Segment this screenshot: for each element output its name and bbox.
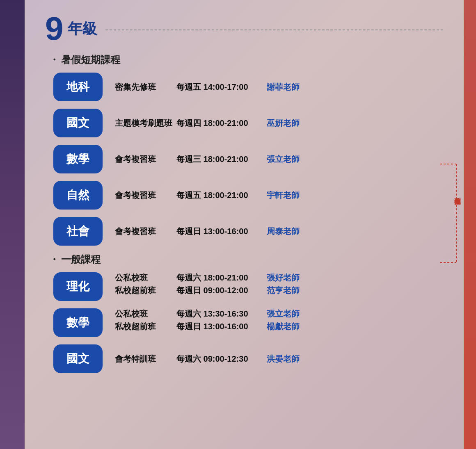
course-details-chinese1: 主題模考刷題班 每週四 18:00-21:00 巫妍老師 — [115, 118, 443, 129]
grade-divider — [105, 30, 444, 30]
left-sidebar — [0, 0, 25, 449]
course-time-social: 每週日 13:00-16:00 — [176, 226, 267, 237]
course-name-dikе: 密集先修班 — [115, 82, 176, 93]
course-details-math2: 公私校班 每週六 13:30-16:30 張立老師 私校超前班 每週日 13:0… — [115, 308, 443, 334]
course-time-math2-1: 每週六 13:30-16:30 — [176, 308, 267, 319]
section-summer: 暑假短期課程 — [49, 53, 443, 66]
course-teacher-math1: 張立老師 — [267, 154, 300, 165]
course-name-social: 會考複習班 — [115, 226, 176, 237]
course-teacher-chemistry-2: 范亨老師 — [267, 285, 300, 296]
course-name-chinese1: 主題模考刷題班 — [115, 118, 176, 129]
right-sidebar — [464, 0, 476, 449]
course-teacher-dikе: 謝菲老師 — [267, 82, 300, 93]
subject-badge-nature: 自然 — [53, 181, 103, 210]
course-details-chemistry: 公私校班 每週六 18:00-21:00 張好老師 私校超前班 每週日 09:0… — [115, 272, 443, 298]
course-teacher-nature: 宇軒老師 — [267, 190, 300, 201]
course-detail-row-math2-2: 私校超前班 每週日 13:00-16:00 楊獻老師 — [115, 321, 300, 332]
course-row-chemistry: 理化 公私校班 每週六 18:00-21:00 張好老師 私校超前班 每週日 0… — [53, 272, 443, 301]
subject-badge-chinese1: 國文 — [53, 109, 103, 137]
course-detail-row-math2-1: 公私校班 每週六 13:30-16:30 張立老師 — [115, 308, 300, 319]
grade-header: 9 年級 — [45, 12, 443, 45]
subject-badge-social: 社會 — [53, 217, 103, 246]
course-time-chemistry-2: 每週日 09:00-12:00 — [176, 285, 267, 296]
subject-badge-math2: 數學 — [53, 308, 103, 337]
course-name-math1: 會考複習班 — [115, 154, 176, 165]
section-general: 一般課程 — [49, 253, 443, 266]
course-details-social: 會考複習班 每週日 13:00-16:00 周泰老師 — [115, 226, 443, 237]
course-row-chinese1: 國文 主題模考刷題班 每週四 18:00-21:00 巫妍老師 — [53, 109, 443, 137]
course-details-dikе: 密集先修班 每週五 14:00-17:00 謝菲老師 — [115, 82, 443, 93]
subject-badge-chemistry: 理化 — [53, 272, 103, 301]
course-detail-row-chemistry-2: 私校超前班 每週日 09:00-12:00 范亨老師 — [115, 285, 300, 296]
course-row-chinese2: 國文 會考特訓班 每週六 09:00-12:30 洪晏老師 — [53, 344, 443, 373]
course-name-chemistry-1: 公私校班 — [115, 272, 176, 283]
course-teacher-chemistry-1: 張好老師 — [267, 272, 300, 283]
course-row-nature: 自然 會考複習班 每週五 18:00-21:00 宇軒老師 — [53, 181, 443, 210]
course-teacher-social: 周泰老師 — [267, 226, 300, 237]
course-name-chemistry-2: 私校超前班 — [115, 285, 176, 296]
course-teacher-math2-2: 楊獻老師 — [267, 321, 300, 332]
course-time-chemistry-1: 每週六 18:00-21:00 — [176, 272, 267, 283]
main-content: 9 年級 暑假短期課程 地科 密集先修班 每週五 14:00-17:00 謝菲老… — [25, 0, 464, 449]
course-detail-row-chemistry-1: 公私校班 每週六 18:00-21:00 張好老師 — [115, 272, 300, 283]
grade-text: 年級 — [68, 19, 97, 39]
recommend-bracket-svg — [440, 160, 465, 267]
course-name-nature: 會考複習班 — [115, 190, 176, 201]
course-time-math1: 每週三 18:00-21:00 — [176, 154, 267, 165]
grade-number: 9 — [45, 12, 64, 45]
course-time-dikе: 每週五 14:00-17:00 — [176, 82, 267, 93]
course-row-math2: 數學 公私校班 每週六 13:30-16:30 張立老師 私校超前班 每週日 1… — [53, 308, 443, 337]
subject-badge-chinese2: 國文 — [53, 344, 103, 373]
subject-badge-math1: 數學 — [53, 145, 103, 173]
course-time-math2-2: 每週日 13:00-16:00 — [176, 321, 267, 332]
course-row-social: 社會 會考複習班 每週日 13:00-16:00 周泰老師 — [53, 217, 443, 246]
course-row-math1: 數學 會考複習班 每週三 18:00-21:00 張立老師 — [53, 145, 443, 173]
course-details-math1: 會考複習班 每週三 18:00-21:00 張立老師 — [115, 154, 443, 165]
course-row-dikе: 地科 密集先修班 每週五 14:00-17:00 謝菲老師 — [53, 73, 443, 101]
course-name-math2-1: 公私校班 — [115, 308, 176, 319]
course-details-chinese2: 會考特訓班 每週六 09:00-12:30 洪晏老師 — [115, 353, 443, 365]
course-teacher-chinese2: 洪晏老師 — [267, 353, 300, 365]
course-time-nature: 每週五 18:00-21:00 — [176, 190, 267, 201]
course-time-chinese1: 每週四 18:00-21:00 — [176, 118, 267, 129]
course-teacher-math2-1: 張立老師 — [267, 308, 300, 319]
course-name-chinese2: 會考特訓班 — [115, 353, 176, 365]
subject-badge-dikе: 地科 — [53, 73, 103, 101]
course-name-math2-2: 私校超前班 — [115, 321, 176, 332]
course-details-nature: 會考複習班 每週五 18:00-21:00 宇軒老師 — [115, 190, 443, 201]
course-teacher-chinese1: 巫妍老師 — [267, 118, 300, 129]
course-time-chinese2: 每週六 09:00-12:30 — [176, 353, 267, 365]
